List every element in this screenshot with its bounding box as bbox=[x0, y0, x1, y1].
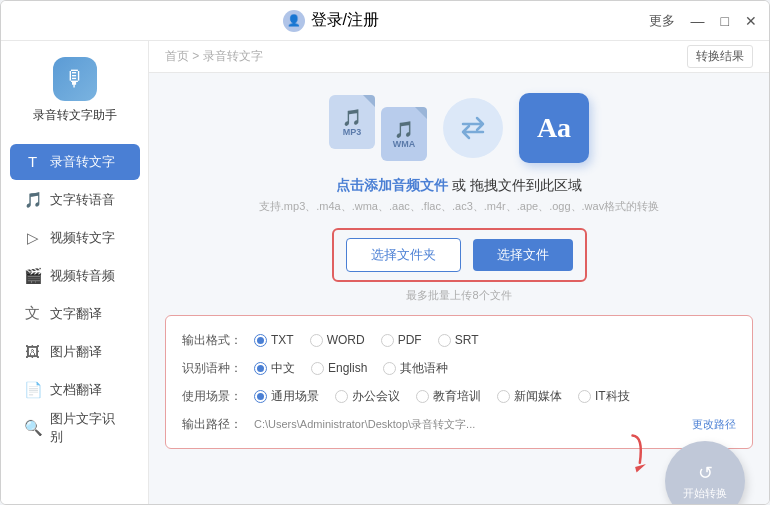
lang-radio-chinese[interactable] bbox=[254, 362, 267, 375]
lang-label: 识别语种： bbox=[182, 360, 254, 377]
wma-label: WMA bbox=[393, 139, 416, 149]
scene-label-general: 通用场景 bbox=[271, 388, 319, 405]
video-to-text-icon: ▷ bbox=[24, 229, 42, 247]
select-folder-button[interactable]: 选择文件夹 bbox=[346, 238, 461, 272]
sidebar-item-label: 视频转文字 bbox=[50, 229, 115, 247]
text-to-speech-icon: 🎵 bbox=[24, 191, 42, 209]
convert-btn-label: 开始转换 bbox=[683, 486, 727, 501]
titlebar-controls: 更多 — □ ✕ bbox=[649, 12, 757, 30]
breadcrumb: 首页 > 录音转文字 bbox=[165, 48, 263, 65]
breadcrumb-home: 首页 bbox=[165, 49, 189, 63]
scene-option-education[interactable]: 教育培训 bbox=[416, 388, 481, 405]
wma-file-icon: 🎵 WMA bbox=[381, 107, 427, 161]
format-label-word: WORD bbox=[327, 333, 365, 347]
scene-label-news: 新闻媒体 bbox=[514, 388, 562, 405]
scene-label-meeting: 办公会议 bbox=[352, 388, 400, 405]
main-layout: 🎙 录音转文字助手 T 录音转文字 🎵 文字转语音 ▷ 视频转文字 🎬 视频转音… bbox=[1, 41, 769, 504]
scene-radio-general[interactable] bbox=[254, 390, 267, 403]
scene-option-it[interactable]: IT科技 bbox=[578, 388, 630, 405]
format-radio-srt[interactable] bbox=[438, 334, 451, 347]
lang-option-english[interactable]: English bbox=[311, 361, 367, 375]
file-icons-left: 🎵 MP3 🎵 WMA bbox=[329, 95, 427, 161]
sidebar-item-text-to-speech[interactable]: 🎵 文字转语音 bbox=[10, 182, 140, 218]
format-option-pdf[interactable]: PDF bbox=[381, 333, 422, 347]
sidebar-item-label: 文档翻译 bbox=[50, 381, 102, 399]
scene-option-news[interactable]: 新闻媒体 bbox=[497, 388, 562, 405]
output-path-value: C:\Users\Administrator\Desktop\录音转文字... bbox=[254, 417, 684, 432]
scene-radio-group: 通用场景 办公会议 教育培训 新闻媒体 bbox=[254, 388, 736, 405]
scene-label-it: IT科技 bbox=[595, 388, 630, 405]
close-icon[interactable]: ✕ bbox=[745, 13, 757, 29]
login-button[interactable]: 👤 登录/注册 bbox=[283, 10, 379, 32]
format-label: 输出格式： bbox=[182, 332, 254, 349]
breadcrumb-bar: 首页 > 录音转文字 转换结果 bbox=[149, 41, 769, 73]
lang-row: 识别语种： 中文 English 其他语种 bbox=[182, 354, 736, 382]
upload-section: 🎵 MP3 🎵 WMA bbox=[149, 73, 769, 315]
select-file-button[interactable]: 选择文件 bbox=[473, 239, 573, 271]
upload-click-text: 点击添加音频文件 bbox=[336, 177, 448, 193]
login-label: 登录/注册 bbox=[311, 10, 379, 31]
format-option-word[interactable]: WORD bbox=[310, 333, 365, 347]
scene-label-education: 教育培训 bbox=[433, 388, 481, 405]
minimize-icon[interactable]: — bbox=[691, 13, 705, 29]
convert-result-button[interactable]: 转换结果 bbox=[687, 45, 753, 68]
more-label[interactable]: 更多 bbox=[649, 12, 675, 30]
app-logo-icon: 🎙 bbox=[53, 57, 97, 101]
sidebar-item-label: 视频转音频 bbox=[50, 267, 115, 285]
format-radio-group: TXT WORD PDF SRT bbox=[254, 333, 736, 347]
format-label-txt: TXT bbox=[271, 333, 294, 347]
change-path-button[interactable]: 更改路径 bbox=[692, 417, 736, 432]
app-logo-text: 录音转文字助手 bbox=[33, 107, 117, 124]
lang-option-chinese[interactable]: 中文 bbox=[254, 360, 295, 377]
convert-icon: ↺ bbox=[698, 462, 713, 484]
text-output-icon: Aa bbox=[519, 93, 589, 163]
format-radio-word[interactable] bbox=[310, 334, 323, 347]
sidebar-item-video-to-text[interactable]: ▷ 视频转文字 bbox=[10, 220, 140, 256]
user-avatar: 👤 bbox=[283, 10, 305, 32]
image-ocr-icon: 🔍 bbox=[24, 419, 42, 437]
sidebar-item-image-translate[interactable]: 🖼 图片翻译 bbox=[10, 334, 140, 370]
settings-section: 输出格式： TXT WORD PDF bbox=[165, 315, 753, 449]
format-radio-pdf[interactable] bbox=[381, 334, 394, 347]
sidebar-item-text-translate[interactable]: 文 文字翻译 bbox=[10, 296, 140, 332]
format-row: 输出格式： TXT WORD PDF bbox=[182, 326, 736, 354]
lang-radio-other[interactable] bbox=[383, 362, 396, 375]
format-option-srt[interactable]: SRT bbox=[438, 333, 479, 347]
sidebar-item-label: 图片翻译 bbox=[50, 343, 102, 361]
format-radio-txt[interactable] bbox=[254, 334, 267, 347]
text-translate-icon: 文 bbox=[24, 304, 42, 323]
sidebar-item-doc-translate[interactable]: 📄 文档翻译 bbox=[10, 372, 140, 408]
upload-sub-text: 支持.mp3、.m4a、.wma、.aac、.flac、.ac3、.m4r、.a… bbox=[259, 199, 659, 214]
start-convert-button[interactable]: ↺ 开始转换 bbox=[665, 441, 745, 504]
scene-option-general[interactable]: 通用场景 bbox=[254, 388, 319, 405]
sidebar-item-audio-to-text[interactable]: T 录音转文字 bbox=[10, 144, 140, 180]
format-label-srt: SRT bbox=[455, 333, 479, 347]
breadcrumb-separator: > bbox=[192, 49, 199, 63]
scene-radio-it[interactable] bbox=[578, 390, 591, 403]
format-option-txt[interactable]: TXT bbox=[254, 333, 294, 347]
mp3-file-icon: 🎵 MP3 bbox=[329, 95, 375, 149]
lang-label-english: English bbox=[328, 361, 367, 375]
max-files-text: 最多批量上传8个文件 bbox=[406, 288, 511, 303]
content-area: 首页 > 录音转文字 转换结果 🎵 MP3 bbox=[149, 41, 769, 504]
sidebar-item-video-to-audio[interactable]: 🎬 视频转音频 bbox=[10, 258, 140, 294]
file-select-row: 选择文件夹 选择文件 bbox=[332, 228, 587, 282]
scene-label: 使用场景： bbox=[182, 388, 254, 405]
scene-radio-education[interactable] bbox=[416, 390, 429, 403]
audio-to-text-icon: T bbox=[24, 153, 42, 170]
upload-illustration: 🎵 MP3 🎵 WMA bbox=[329, 93, 589, 163]
scene-radio-news[interactable] bbox=[497, 390, 510, 403]
bottom-bar: ↺ 开始转换 bbox=[149, 461, 769, 504]
lang-label-other: 其他语种 bbox=[400, 360, 448, 377]
sidebar-item-image-ocr[interactable]: 🔍 图片文字识别 bbox=[10, 410, 140, 446]
lang-radio-group: 中文 English 其他语种 bbox=[254, 360, 736, 377]
scene-option-meeting[interactable]: 办公会议 bbox=[335, 388, 400, 405]
maximize-icon[interactable]: □ bbox=[721, 13, 729, 29]
titlebar: 👤 登录/注册 更多 — □ ✕ bbox=[1, 1, 769, 41]
sidebar-logo: 🎙 录音转文字助手 bbox=[33, 57, 117, 124]
lang-option-other[interactable]: 其他语种 bbox=[383, 360, 448, 377]
path-label: 输出路径： bbox=[182, 416, 254, 433]
scene-radio-meeting[interactable] bbox=[335, 390, 348, 403]
lang-radio-english[interactable] bbox=[311, 362, 324, 375]
sidebar-item-label: 图片文字识别 bbox=[50, 410, 126, 446]
